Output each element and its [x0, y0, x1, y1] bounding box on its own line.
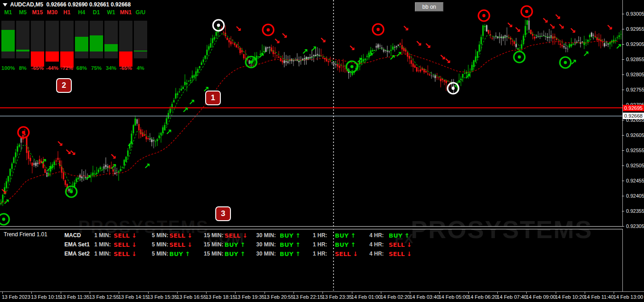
time-tick-label: 13 Feb 11:35 — [60, 294, 90, 300]
strength-percent: -65% — [119, 65, 132, 71]
time-tick-label: 13 Feb 15:35 — [148, 294, 178, 300]
annotation-badge-2[interactable]: 2 — [56, 78, 72, 93]
strength-bar-track — [46, 21, 59, 58]
indicator-title: Trend Friend 1.01 — [4, 231, 47, 238]
svg-text:↗: ↗ — [85, 173, 92, 182]
time-tick-label: 14 Feb 02:20 — [380, 294, 410, 300]
signal-timeframe-label: 15 MIN: — [204, 232, 224, 239]
buy-signal: BUY ↑ — [389, 232, 409, 239]
indicator-row-name: MACD — [64, 232, 81, 239]
timeframe-label: MN1 — [119, 9, 132, 16]
price-tick-label: 0.92355 — [626, 208, 644, 214]
time-tick — [410, 292, 410, 294]
svg-text:↗: ↗ — [166, 127, 172, 137]
svg-text:↗: ↗ — [583, 49, 589, 58]
svg-text:↘: ↘ — [274, 36, 280, 46]
time-tick — [526, 292, 527, 294]
annotation-badge-3[interactable]: 3 — [215, 206, 231, 221]
signal-timeframe-label: 1 MIN: — [94, 251, 111, 257]
signal-timeframe-label: 5 MIN: — [152, 232, 168, 239]
sell-signal: SELL ↓ — [224, 232, 247, 239]
price-tick — [622, 74, 624, 75]
timeframe-label: M30 — [46, 9, 59, 16]
strength-bar — [16, 50, 29, 51]
price-axis[interactable]: 0.930050.929550.929050.928550.928050.927… — [623, 0, 644, 291]
time-tick-label: 13 Feb 2023 — [2, 294, 30, 300]
time-tick — [585, 292, 585, 294]
svg-text:↘: ↘ — [542, 16, 548, 25]
svg-text:↗: ↗ — [302, 47, 308, 56]
timeframe-label: D1 — [90, 9, 103, 16]
buy-signal: BUY ↑ — [280, 232, 300, 239]
strength-percent: 8% — [16, 65, 29, 71]
annotation-badge-1[interactable]: 1 — [205, 91, 221, 105]
chart-dropdown-icon[interactable] — [3, 3, 7, 6]
signal-timeframe-label: 30 MIN: — [256, 232, 276, 239]
strength-percent: -44% — [46, 65, 59, 71]
time-axis[interactable]: 13 Feb 202313 Feb 10:1513 Feb 11:3513 Fe… — [0, 291, 644, 302]
time-tick-label: 13 Feb 23:35 — [322, 294, 352, 300]
sell-signal: SELL ↓ — [114, 241, 137, 248]
time-tick-label: 14 Feb 13:00 — [613, 294, 643, 300]
timeframe-label: M1 — [1, 9, 15, 16]
svg-text:↗: ↗ — [127, 139, 133, 148]
price-tick-label: 0.93005 — [626, 11, 644, 17]
symbol-timeframe: AUDCAD,M5 — [10, 1, 43, 8]
strength-bar-track — [31, 21, 44, 58]
price-tick — [622, 135, 624, 136]
signal-timeframe-label: 1 HR: — [313, 251, 327, 257]
timeframe-label: M5 — [16, 9, 29, 16]
svg-text:↘: ↘ — [558, 22, 564, 31]
strength-bar — [1, 30, 15, 51]
sell-signal: SELL ↓ — [114, 232, 137, 239]
timeframe-label: G/U — [134, 9, 147, 16]
svg-text:↘: ↘ — [281, 31, 288, 40]
signal-timeframe-label: 15 MIN: — [204, 241, 224, 248]
price-tick-label: 0.92455 — [626, 178, 644, 183]
timeframe-label: W1 — [104, 9, 118, 16]
strength-percent: -72% — [60, 65, 74, 71]
svg-text:↘: ↘ — [506, 20, 513, 29]
svg-text:↗: ↗ — [189, 97, 195, 107]
time-tick — [468, 292, 469, 294]
timeframe-label: H1 — [60, 9, 74, 16]
buy-signal: BUY ↑ — [335, 241, 356, 248]
strength-bar-track — [75, 21, 88, 58]
strength-bar — [46, 51, 59, 62]
price-tick-label: 0.92555 — [626, 148, 644, 153]
svg-text:↗: ↗ — [3, 197, 10, 206]
time-tick-label: 13 Feb 19:35 — [235, 294, 264, 300]
price-tick-label: 0.92905 — [626, 41, 644, 47]
strength-bar — [90, 35, 103, 51]
time-tick — [2, 292, 3, 294]
price-tick-label: 0.92505 — [626, 163, 644, 168]
time-tick — [381, 292, 381, 294]
strength-percent: 100% — [1, 65, 15, 71]
svg-text:↗: ↗ — [465, 72, 471, 81]
signal-timeframe-label: 4 HR: — [369, 251, 384, 257]
price-tick-label: 0.92605 — [626, 132, 644, 138]
bb-toggle-button[interactable]: bb on — [415, 2, 443, 11]
svg-text:↗: ↗ — [110, 162, 117, 171]
signal-timeframe-label: 4 HR: — [369, 232, 384, 239]
strength-bar — [75, 37, 88, 51]
time-tick-label: 14 Feb 06:20 — [468, 294, 498, 300]
time-tick-label: 13 Feb 10:15 — [31, 294, 61, 300]
strength-percent: 75% — [90, 65, 103, 71]
strength-percent: 34% — [104, 65, 118, 71]
time-tick-label: 13 Feb 12:55 — [89, 294, 119, 300]
signal-timeframe-label: 1 MIN: — [94, 232, 111, 239]
time-tick-label: 14 Feb 10:20 — [555, 294, 585, 300]
title-bar: AUDCAD,M5 0.92666 0.92690 0.92661 0.9266… — [3, 1, 131, 8]
signal-timeframe-label: 5 MIN: — [152, 241, 168, 248]
strength-panel: M1100%M58%M15-65%M30-44%H1-72%H468%D175%… — [0, 9, 152, 76]
svg-text:↘: ↘ — [425, 41, 431, 50]
strength-bar-track — [90, 21, 103, 58]
buy-signal: BUY ↑ — [335, 232, 356, 239]
signal-timeframe-label: 1 HR: — [313, 232, 327, 239]
price-tick — [622, 150, 624, 151]
strength-percent: 4% — [134, 65, 147, 71]
time-tick — [206, 292, 207, 294]
strength-bar-track — [119, 21, 132, 58]
time-tick-label: 14 Feb 01:00 — [351, 294, 381, 300]
